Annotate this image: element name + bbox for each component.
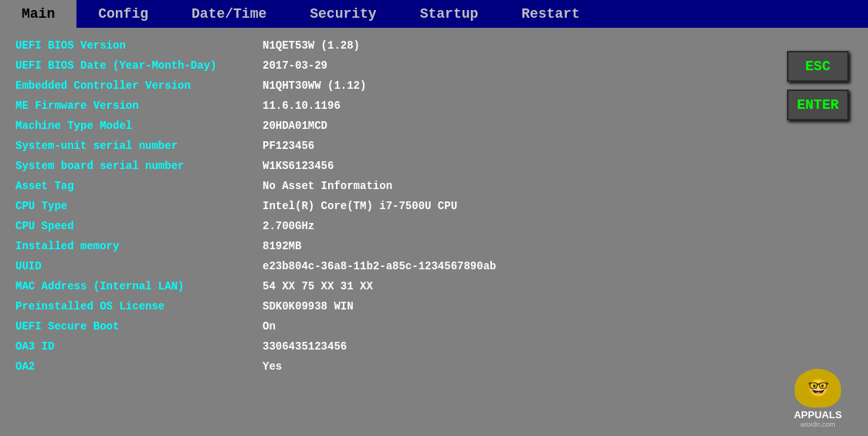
table-row: OA2Yes — [15, 360, 775, 377]
enter-button[interactable]: ENTER — [787, 90, 849, 120]
info-value: 11.6.10.1196 — [263, 100, 341, 112]
table-row: UEFI BIOS Date (Year-Month-Day)2017-03-2… — [15, 59, 775, 76]
info-table: UEFI BIOS VersionN1QET53W (1.28)UEFI BIO… — [15, 35, 775, 428]
info-value: 8192MB — [263, 240, 301, 252]
info-label: OA3 ID — [15, 340, 263, 353]
info-label: Machine Type Model — [15, 120, 263, 132]
info-label: UEFI BIOS Date (Year-Month-Day) — [15, 59, 263, 72]
esc-button[interactable]: ESC — [787, 51, 849, 82]
table-row: OA3 ID3306435123456 — [15, 340, 775, 357]
table-row: CPU TypeIntel(R) Core(TM) i7-7500U CPU — [15, 200, 775, 217]
watermark-logo: 🤓 APPUALS wsxdn.com — [794, 369, 842, 428]
info-label: Preinstalled OS License — [15, 300, 263, 313]
info-value: W1KS6123456 — [263, 160, 334, 172]
nav-bar: MainConfigDate/TimeSecurityStartupRestar… — [0, 0, 868, 28]
info-value: N1QET53W (1.28) — [263, 39, 360, 52]
info-label: System-unit serial number — [15, 140, 263, 152]
info-label: UEFI BIOS Version — [15, 39, 263, 52]
table-row: UEFI Secure BootOn — [15, 320, 775, 337]
table-row: Embedded Controller VersionN1QHT30WW (1.… — [15, 79, 775, 96]
watermark: 🤓 APPUALS wsxdn.com — [775, 367, 860, 428]
info-value: N1QHT30WW (1.12) — [263, 79, 366, 92]
nav-item-security[interactable]: Security — [288, 0, 398, 28]
info-label: CPU Speed — [15, 220, 263, 232]
watermark-icon: 🤓 — [795, 369, 841, 407]
info-label: OA2 — [15, 360, 263, 373]
nav-item-main[interactable]: Main — [0, 0, 76, 28]
info-label: Asset Tag — [15, 180, 263, 192]
info-value: 54 XX 75 XX 31 XX — [263, 280, 373, 292]
info-value: e23b804c-36a8-11b2-a85c-1234567890ab — [263, 260, 496, 272]
info-value: On — [263, 320, 276, 333]
info-value: 2017-03-29 — [263, 59, 327, 72]
info-label: UEFI Secure Boot — [15, 320, 263, 333]
info-label: System board serial number — [15, 160, 263, 172]
info-value: Yes — [263, 360, 282, 373]
table-row: UUIDe23b804c-36a8-11b2-a85c-1234567890ab — [15, 260, 775, 277]
table-row: System-unit serial numberPF123456 — [15, 140, 775, 157]
info-label: Embedded Controller Version — [15, 79, 263, 92]
info-value: SDK0K09938 WIN — [263, 300, 354, 313]
info-label: UUID — [15, 260, 263, 272]
info-value: 3306435123456 — [263, 340, 347, 353]
table-row: Preinstalled OS LicenseSDK0K09938 WIN — [15, 300, 775, 317]
nav-item-restart[interactable]: Restart — [500, 0, 602, 28]
table-row: Machine Type Model20HDA01MCD — [15, 120, 775, 137]
info-value: PF123456 — [263, 140, 314, 152]
table-row: CPU Speed2.700GHz — [15, 220, 775, 237]
nav-item-config[interactable]: Config — [76, 0, 170, 28]
info-value: Intel(R) Core(TM) i7-7500U CPU — [263, 200, 457, 212]
table-row: MAC Address (Internal LAN)54 XX 75 XX 31… — [15, 280, 775, 297]
table-row: UEFI BIOS VersionN1QET53W (1.28) — [15, 39, 775, 56]
info-value: 2.700GHz — [263, 220, 314, 232]
table-row: Installed memory8192MB — [15, 240, 775, 257]
info-value: 20HDA01MCD — [263, 120, 327, 132]
nav-item-startup[interactable]: Startup — [398, 0, 500, 28]
watermark-site: wsxdn.com — [800, 421, 835, 428]
info-label: CPU Type — [15, 200, 263, 212]
table-row: System board serial numberW1KS6123456 — [15, 160, 775, 177]
nav-item-date-time[interactable]: Date/Time — [170, 0, 288, 28]
content-area: UEFI BIOS VersionN1QET53W (1.28)UEFI BIO… — [0, 28, 868, 436]
table-row: ME Firmware Version11.6.10.1196 — [15, 100, 775, 117]
info-label: ME Firmware Version — [15, 100, 263, 112]
info-value: No Asset Information — [263, 180, 392, 192]
table-row: Asset TagNo Asset Information — [15, 180, 775, 197]
info-label: Installed memory — [15, 240, 263, 252]
watermark-brand: APPUALS — [794, 409, 842, 421]
info-label: MAC Address (Internal LAN) — [15, 280, 263, 292]
